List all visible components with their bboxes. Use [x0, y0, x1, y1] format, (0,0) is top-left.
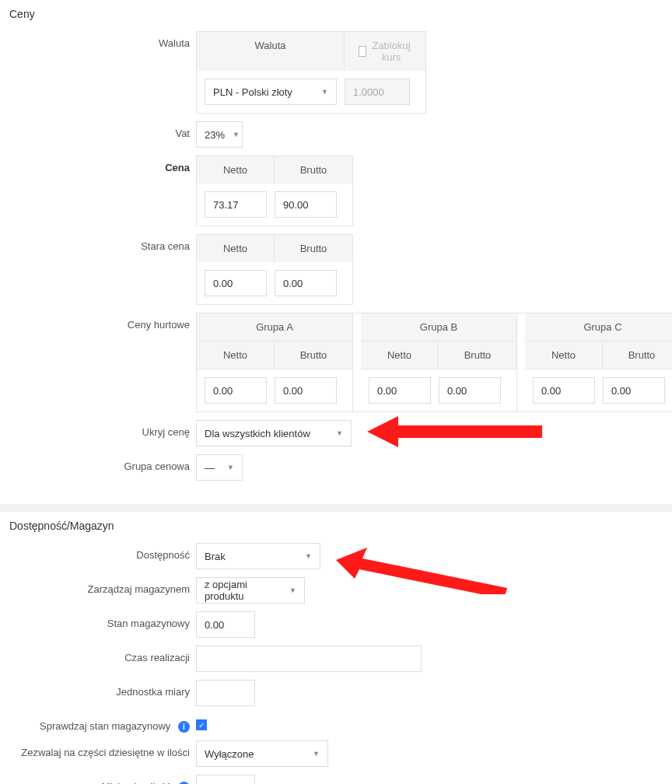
price-box: Netto Brutto: [196, 156, 353, 226]
group-name: Grupa B: [361, 313, 516, 341]
price-brutto-input[interactable]: [275, 191, 337, 218]
annotation-arrow-icon: [367, 412, 546, 451]
lead-time-input[interactable]: [196, 646, 422, 672]
manage-row: Zarządzaj magazynem z opcjami produktu ▼: [8, 577, 664, 604]
decimal-row: Zezwalaj na części dziesiętne w ilości W…: [8, 740, 664, 767]
lock-rate-label: Zablokuj kurs: [371, 40, 411, 63]
old-price-label: Stara cena: [8, 234, 196, 252]
price-netto-input[interactable]: [205, 191, 267, 218]
currency-select[interactable]: PLN - Polski złoty ▼: [205, 79, 337, 105]
group-c-brutto[interactable]: [603, 377, 665, 404]
wholesale-box: Grupa A Netto Brutto Grupa B: [196, 313, 672, 412]
hide-price-row: Ukryj cenę Dla wszystkich klientów ▼: [8, 420, 664, 446]
unit-row: Jednostka miary: [8, 680, 664, 706]
price-label: Cena: [8, 156, 196, 173]
check-stock-label: Sprawdzaj stan magazynowy i: [8, 714, 196, 733]
price-row: Cena Netto Brutto: [8, 156, 664, 226]
min-qty-input[interactable]: [196, 775, 255, 784]
currency-box: Waluta Zablokuj kurs PLN - Polski złoty …: [196, 31, 426, 114]
group-b-brutto[interactable]: [439, 377, 501, 404]
unit-input[interactable]: [196, 680, 255, 706]
price-group-row: Grupa cenowa — ▼: [8, 454, 664, 481]
stock-section: Dostępność/Magazyn Dostępność Brak ▼ Zar…: [0, 512, 672, 784]
group-name: Grupa A: [197, 313, 352, 341]
prices-title: Ceny: [8, 8, 664, 20]
svg-marker-0: [367, 416, 542, 447]
wholesale-row: Ceny hurtowe Grupa A Netto Brutto: [8, 313, 664, 412]
decimal-label: Zezwalaj na części dziesiętne w ilości: [8, 740, 196, 758]
unit-label: Jednostka miary: [8, 680, 196, 698]
wholesale-group-a: Grupa A Netto Brutto: [197, 313, 353, 411]
manage-label: Zarządzaj magazynem: [8, 577, 196, 595]
check-stock-row: Sprawdzaj stan magazynowy i ✓: [8, 714, 664, 733]
min-qty-row: Minimalna ilość i: [8, 775, 664, 784]
wholesale-group-b: Grupa B Netto Brutto: [361, 313, 517, 411]
lock-rate-checkbox[interactable]: [359, 46, 366, 57]
currency-row: Waluta Waluta Zablokuj kurs PLN - Polski…: [8, 31, 664, 114]
old-price-brutto-input[interactable]: [275, 270, 337, 296]
availability-select[interactable]: Brak ▼: [196, 543, 320, 569]
check-stock-checkbox[interactable]: ✓: [196, 719, 207, 730]
vat-label: Vat: [8, 121, 196, 139]
availability-label: Dostępność: [8, 543, 196, 561]
stock-title: Dostępność/Magazyn: [8, 520, 664, 532]
old-price-netto-input[interactable]: [205, 270, 267, 296]
min-qty-label: Minimalna ilość i: [8, 775, 196, 784]
manage-select[interactable]: z opcjami produktu ▼: [196, 577, 305, 604]
old-price-row: Stara cena Netto Brutto: [8, 234, 664, 305]
stock-level-row: Stan magazynowy: [8, 611, 664, 638]
group-a-netto[interactable]: [205, 377, 267, 404]
chevron-down-icon: ▼: [313, 750, 320, 758]
prices-section: Ceny Waluta Waluta Zablokuj kurs PLN - P: [0, 0, 672, 504]
brutto-header: Brutto: [275, 235, 352, 262]
decimal-select[interactable]: Wyłączone ▼: [196, 740, 328, 767]
availability-row: Dostępność Brak ▼: [8, 543, 664, 569]
chevron-down-icon: ▼: [227, 464, 234, 471]
group-c-netto[interactable]: [533, 377, 595, 404]
currency-label: Waluta: [8, 31, 196, 49]
wholesale-label: Ceny hurtowe: [8, 313, 196, 331]
info-icon: i: [178, 721, 190, 733]
vat-select[interactable]: 23% ▼: [196, 121, 243, 148]
chevron-down-icon: ▼: [305, 552, 312, 560]
lead-time-row: Czas realizacji: [8, 646, 664, 672]
chevron-down-icon: ▼: [336, 429, 343, 437]
stock-level-input[interactable]: [196, 611, 255, 638]
brutto-header: Brutto: [275, 156, 352, 184]
wholesale-group-c: Grupa C Netto Brutto: [525, 313, 672, 411]
group-name: Grupa C: [525, 313, 672, 341]
stock-level-label: Stan magazynowy: [8, 611, 196, 629]
price-group-select[interactable]: — ▼: [196, 454, 243, 481]
lock-rate-cell: Zablokuj kurs: [345, 32, 425, 71]
old-price-box: Netto Brutto: [196, 234, 353, 305]
price-group-label: Grupa cenowa: [8, 454, 196, 472]
group-a-brutto[interactable]: [275, 377, 337, 404]
hide-price-label: Ukryj cenę: [8, 420, 196, 438]
vat-row: Vat 23% ▼: [8, 121, 664, 148]
netto-header: Netto: [197, 235, 275, 262]
section-divider: [0, 504, 672, 512]
chevron-down-icon: ▼: [289, 586, 296, 594]
currency-header: Waluta: [197, 32, 345, 71]
hide-price-select[interactable]: Dla wszystkich klientów ▼: [196, 420, 352, 446]
netto-header: Netto: [197, 156, 275, 184]
lead-time-label: Czas realizacji: [8, 646, 196, 663]
chevron-down-icon: ▼: [233, 131, 240, 138]
rate-input: [345, 79, 410, 105]
chevron-down-icon: ▼: [321, 88, 328, 96]
group-b-netto[interactable]: [369, 377, 431, 404]
